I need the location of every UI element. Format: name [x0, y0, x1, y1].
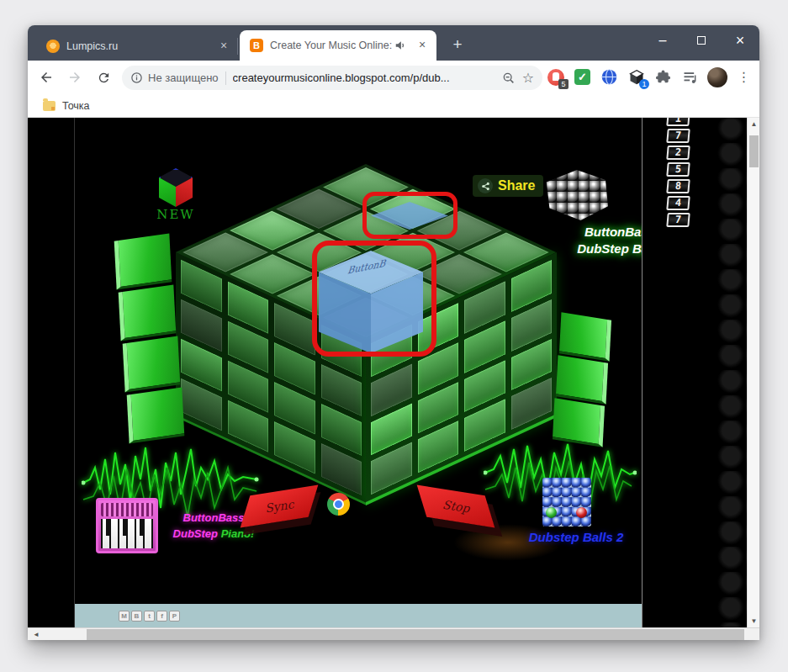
- maximize-button[interactable]: [682, 25, 721, 56]
- omnibox-divider: [225, 71, 226, 85]
- left-column-tile[interactable]: [119, 284, 177, 341]
- check-icon: ✓: [574, 69, 590, 85]
- counter-digit: 2: [666, 146, 690, 160]
- dubstep-balls2-icon[interactable]: [542, 478, 591, 526]
- avatar: [707, 67, 727, 87]
- reload-icon: [97, 71, 111, 85]
- close-button[interactable]: ×: [721, 25, 759, 56]
- right-column-tile[interactable]: [556, 355, 608, 404]
- left-column-tile[interactable]: [123, 336, 181, 392]
- bookmark-folder[interactable]: Точка: [62, 100, 90, 112]
- scroll-down-arrow[interactable]: ▼: [748, 615, 759, 627]
- tab-strip: Lumpics.ru × B Create Your Music Online:…: [28, 25, 759, 61]
- globe-icon: [600, 68, 618, 86]
- back-button[interactable]: [34, 66, 58, 89]
- maximize-icon: [697, 36, 706, 45]
- minimize-button[interactable]: –: [643, 25, 682, 56]
- counter-digit: 7: [666, 213, 690, 227]
- annotation-rectangle-top: [362, 192, 457, 239]
- playlist-extension-icon[interactable]: [680, 66, 701, 87]
- annotation-rectangle-cube: [312, 241, 436, 357]
- chrome-logo-icon[interactable]: [327, 493, 350, 516]
- profile-avatar[interactable]: [706, 66, 727, 87]
- tab-lumpics[interactable]: Lumpics.ru ×: [36, 32, 238, 61]
- tab-title: Create Your Music Online: Du: [270, 40, 394, 51]
- scroll-up-arrow[interactable]: ▲: [748, 118, 759, 130]
- checkmark-extension-icon[interactable]: ✓: [572, 66, 593, 87]
- address-bar[interactable]: Не защищено createyourmusiconline.blogsp…: [122, 66, 542, 90]
- extensions-row: 5 ✓ 1: [545, 66, 754, 87]
- adblock-extension-icon[interactable]: 5: [545, 66, 566, 87]
- puzzle-icon: [655, 69, 671, 85]
- stop-label: Stop: [442, 498, 471, 516]
- tab-create-your-music[interactable]: B Create Your Music Online: Du ×: [240, 30, 436, 61]
- blogger-share-strip: M B t f P: [75, 604, 642, 627]
- piano-keys: [101, 519, 153, 548]
- tab-audio-speaker-icon[interactable]: [394, 40, 406, 51]
- security-label: Не защищено: [148, 71, 219, 84]
- horizontal-scrollbar[interactable]: ◄: [28, 627, 759, 640]
- red-ball-icon: [576, 507, 587, 518]
- browser-toolbar: Не защищено createyourmusiconline.blogsp…: [28, 61, 759, 94]
- left-column-tile[interactable]: [114, 233, 172, 289]
- browser-window: Lumpics.ru × B Create Your Music Online:…: [28, 25, 759, 640]
- tab-close-icon[interactable]: ×: [216, 39, 231, 54]
- green-ball-icon: [546, 507, 557, 518]
- globe-extension-icon[interactable]: [599, 66, 620, 87]
- counter-digit: 5: [666, 162, 690, 177]
- counter-digit: 1: [666, 118, 690, 126]
- pinterest-share-button[interactable]: P: [169, 611, 180, 622]
- info-icon[interactable]: [130, 71, 143, 84]
- speaker-grille-background: [717, 118, 747, 627]
- facebook-share-button[interactable]: f: [156, 611, 167, 622]
- bookmark-folder-icon: [43, 101, 56, 111]
- horizontal-scroll-thumb[interactable]: [87, 629, 744, 640]
- bookmarks-bar: Точка: [28, 94, 759, 118]
- dubstep-cube-app: NEW Share ButtonBass DubStep Balls: [74, 118, 643, 627]
- dubstep-balls2-link[interactable]: Dubstep Balls 2: [514, 530, 638, 544]
- email-share-button[interactable]: M: [119, 611, 130, 622]
- tab-title: Lumpics.ru: [66, 40, 209, 52]
- blogger-favicon-icon: B: [250, 39, 263, 52]
- reload-button[interactable]: [92, 66, 115, 89]
- counter-digit: 8: [666, 179, 690, 193]
- adblock-badge: 5: [558, 79, 569, 89]
- dubstep-piano-icon[interactable]: [96, 498, 158, 553]
- zoom-out-icon[interactable]: [502, 71, 516, 85]
- extensions-puzzle-button[interactable]: [653, 66, 674, 87]
- bookmark-star-icon[interactable]: ☆: [522, 71, 534, 85]
- music-playlist-icon: [682, 69, 699, 86]
- counter-digit: 7: [666, 129, 690, 143]
- window-controls: – ×: [643, 25, 759, 56]
- scroll-left-arrow[interactable]: ◄: [29, 628, 43, 641]
- visitor-counter: 1 7 2 5 8 4 7: [667, 118, 692, 230]
- piano-panel: [101, 503, 153, 516]
- new-tab-button[interactable]: +: [447, 34, 468, 56]
- arrow-right-icon: [67, 70, 82, 85]
- piano-line2: DubStep Piano!: [159, 526, 268, 542]
- vertical-scrollbar[interactable]: ▲ ▼: [747, 118, 759, 627]
- lumpics-favicon-icon: [46, 40, 60, 53]
- forward-button[interactable]: [63, 66, 87, 89]
- cube-extension-icon[interactable]: 1: [626, 66, 647, 87]
- blogthis-share-button[interactable]: B: [131, 611, 142, 622]
- right-column-tile[interactable]: [559, 312, 611, 361]
- tab-close-icon[interactable]: ×: [415, 38, 430, 53]
- cube-badge: 1: [639, 79, 649, 89]
- page-content: NEW Share ButtonBass DubStep Balls: [28, 118, 759, 627]
- browser-menu-button[interactable]: ⋮: [733, 66, 754, 87]
- twitter-share-button[interactable]: t: [144, 611, 155, 622]
- counter-digit: 4: [666, 196, 690, 210]
- arrow-left-icon: [39, 70, 54, 85]
- url-text[interactable]: createyourmusiconline.blogspot.com/p/dub…: [233, 71, 495, 84]
- sync-label: Sync: [264, 497, 294, 515]
- vertical-scroll-thumb[interactable]: [749, 135, 759, 167]
